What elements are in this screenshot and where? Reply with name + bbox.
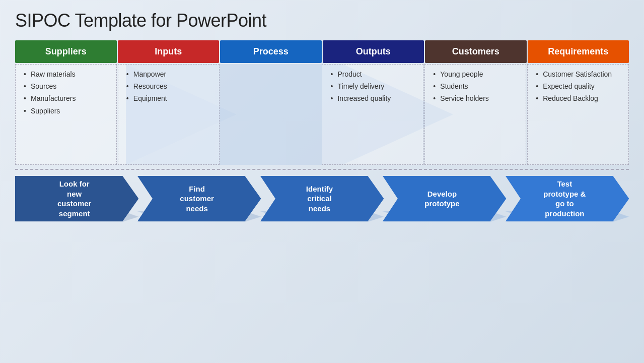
header-requirements: Requirements: [528, 40, 629, 63]
cell-suppliers: Raw materials Sources Manufacturers Supp…: [15, 64, 117, 165]
list-item: Manufacturers: [24, 94, 112, 103]
header-customers: Customers: [425, 40, 527, 63]
step-2-label: Findcustomerneeds: [174, 184, 225, 214]
sipoc-content: Raw materials Sources Manufacturers Supp…: [15, 64, 629, 165]
page-container: SIPOC Template for PowerPoint Suppliers …: [0, 0, 644, 363]
list-item: Customer Satisfaction: [536, 70, 624, 79]
cell-outputs: Product Timely delivery Increased qualit…: [322, 64, 423, 165]
suppliers-list: Raw materials Sources Manufacturers Supp…: [24, 70, 112, 115]
list-item: Equipment: [126, 94, 215, 103]
cell-requirements: Customer Satisfaction Expected quality R…: [527, 64, 629, 165]
sipoc-header: Suppliers Inputs Process Outputs Custome…: [15, 40, 629, 63]
header-suppliers: Suppliers: [15, 40, 117, 63]
header-process: Process: [220, 40, 322, 63]
step-1-label: Look fornewcustomersegment: [51, 179, 103, 218]
process-step-3: Identifycriticalneeds: [260, 176, 384, 221]
list-item: Suppliers: [24, 106, 112, 115]
header-inputs: Inputs: [118, 40, 220, 63]
inputs-list: Manpower Resources Equipment: [126, 70, 215, 103]
list-item: Expected quality: [536, 82, 624, 91]
process-flow: Look fornewcustomersegment Findcustomern…: [15, 176, 629, 221]
list-item: Sources: [24, 82, 112, 91]
list-item: Service holders: [433, 94, 522, 103]
customers-list: Young people Students Service holders: [433, 70, 522, 103]
section-divider: [15, 169, 629, 170]
list-item: Resources: [126, 82, 215, 91]
list-item: Manpower: [126, 70, 215, 79]
step-5-label: Testprototype &go toproduction: [537, 179, 597, 218]
step-4-label: Developprototype: [418, 189, 470, 209]
process-step-1: Look fornewcustomersegment: [15, 176, 138, 221]
list-item: Product: [330, 70, 419, 79]
list-item: Students: [433, 82, 522, 91]
list-item: Young people: [433, 70, 522, 79]
sipoc-content-wrapper: Raw materials Sources Manufacturers Supp…: [15, 64, 629, 165]
header-outputs: Outputs: [323, 40, 424, 63]
step-3-label: Identifycriticalneeds: [300, 184, 344, 214]
list-item: Raw materials: [24, 70, 112, 79]
process-step-4: Developprototype: [383, 176, 506, 221]
list-item: Timely delivery: [330, 82, 419, 91]
process-step-5: Testprototype &go toproduction: [506, 176, 629, 221]
process-step-2: Findcustomerneeds: [137, 176, 261, 221]
list-item: Increased quality: [330, 94, 419, 103]
list-item: Reduced Backlog: [536, 94, 624, 103]
cell-process: [221, 64, 321, 165]
cell-inputs: Manpower Resources Equipment: [118, 64, 220, 165]
page-title: SIPOC Template for PowerPoint: [15, 10, 629, 31]
requirements-list: Customer Satisfaction Expected quality R…: [536, 70, 624, 103]
cell-customers: Young people Students Service holders: [424, 64, 526, 165]
outputs-list: Product Timely delivery Increased qualit…: [330, 70, 419, 103]
